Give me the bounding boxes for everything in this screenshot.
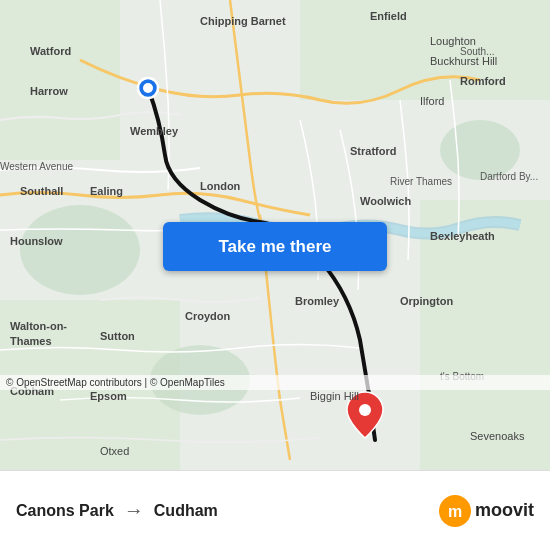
- svg-text:Croydon: Croydon: [185, 310, 231, 322]
- svg-text:Western Avenue: Western Avenue: [0, 161, 73, 172]
- svg-text:Walton-on-: Walton-on-: [10, 320, 67, 332]
- svg-rect-1: [0, 0, 120, 160]
- origin-label: Canons Park: [16, 502, 114, 520]
- svg-text:Hounslow: Hounslow: [10, 235, 63, 247]
- svg-text:Woolwich: Woolwich: [360, 195, 411, 207]
- svg-text:Otxed: Otxed: [100, 445, 129, 457]
- svg-text:Orpington: Orpington: [400, 295, 453, 307]
- svg-text:Bromley: Bromley: [295, 295, 340, 307]
- svg-text:m: m: [448, 503, 462, 520]
- svg-text:Harrow: Harrow: [30, 85, 68, 97]
- moovit-icon: m: [439, 495, 471, 527]
- footer: Canons Park → Cudham m moovit: [0, 470, 550, 550]
- svg-point-10: [359, 404, 371, 416]
- svg-text:London: London: [200, 180, 241, 192]
- svg-text:Dartford By...: Dartford By...: [480, 171, 538, 182]
- map-attribution: © OpenStreetMap contributors | © OpenMap…: [0, 375, 550, 390]
- svg-text:Thames: Thames: [10, 335, 52, 347]
- svg-text:Stratford: Stratford: [350, 145, 396, 157]
- svg-text:Sutton: Sutton: [100, 330, 135, 342]
- svg-text:Sevenoaks: Sevenoaks: [470, 430, 525, 442]
- svg-text:South...: South...: [460, 46, 494, 57]
- svg-text:Ilford: Ilford: [420, 95, 444, 107]
- button-label: Take me there: [218, 237, 331, 257]
- svg-text:Ealing: Ealing: [90, 185, 123, 197]
- svg-text:Enfield: Enfield: [370, 10, 407, 22]
- svg-text:Chipping Barnet: Chipping Barnet: [200, 15, 286, 27]
- svg-rect-2: [300, 0, 550, 100]
- svg-point-5: [20, 205, 140, 295]
- svg-text:Southall: Southall: [20, 185, 63, 197]
- moovit-text: moovit: [475, 500, 534, 521]
- svg-text:Romford: Romford: [460, 75, 506, 87]
- map-container: Watford Chipping Barnet Enfield Loughton…: [0, 0, 550, 470]
- moovit-logo: m moovit: [439, 495, 534, 527]
- svg-text:Epsom: Epsom: [90, 390, 127, 402]
- arrow-icon: →: [124, 499, 144, 522]
- route-info: Canons Park → Cudham: [16, 499, 218, 522]
- svg-text:Bexleyheath: Bexleyheath: [430, 230, 495, 242]
- take-me-there-button[interactable]: Take me there: [163, 222, 387, 271]
- svg-text:Biggin Hill: Biggin Hill: [310, 390, 359, 402]
- svg-text:River Thames: River Thames: [390, 176, 452, 187]
- svg-text:Watford: Watford: [30, 45, 71, 57]
- svg-point-9: [143, 83, 153, 93]
- destination-label: Cudham: [154, 502, 218, 520]
- svg-text:Wembley: Wembley: [130, 125, 179, 137]
